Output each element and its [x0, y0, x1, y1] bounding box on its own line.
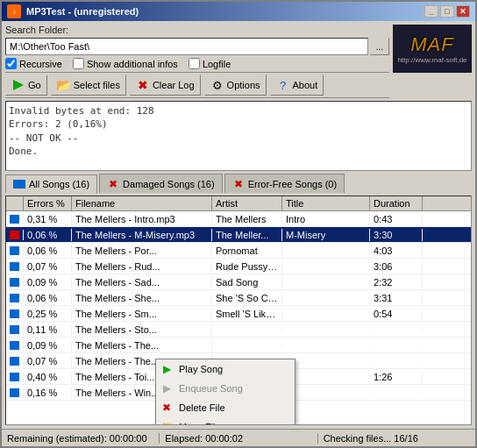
row-duration: [370, 345, 423, 346]
table-row[interactable]: 0,06 % The Mellers - M-Misery.mp3 The Me…: [6, 227, 471, 243]
row-artist: The Meller...: [212, 229, 282, 241]
row-filename: The Mellers - Sto...: [72, 324, 212, 336]
context-menu: ▶ Play Song ▶ Enqueue Song ✖ Delete File…: [155, 359, 295, 425]
move-icon: 📁: [160, 420, 174, 425]
row-title: Intro: [282, 213, 370, 225]
search-input[interactable]: [5, 38, 368, 55]
col-header-filename[interactable]: Filename: [72, 196, 212, 210]
col-header-duration[interactable]: Duration: [370, 196, 423, 210]
tab-damaged-songs-label: Damaged Songs (16): [123, 179, 215, 189]
table-row[interactable]: 0,06 % The Mellers - Por... Pornomat 4:0…: [6, 243, 471, 259]
clear-log-button[interactable]: ✖ Clear Log: [130, 75, 201, 96]
table-row[interactable]: 0,31 % The Mellers - Intro.mp3 The Melle…: [6, 211, 471, 227]
select-files-label: Select files: [74, 80, 120, 90]
go-button[interactable]: Go: [5, 75, 47, 96]
options-button[interactable]: ⚙ Options: [204, 75, 267, 96]
clear-log-label: Clear Log: [153, 80, 195, 90]
show-additional-checkbox-label[interactable]: Show additional infos: [73, 58, 178, 69]
logo-text: MAF: [410, 33, 453, 56]
select-files-icon: 📂: [57, 78, 71, 92]
tab-damaged-songs[interactable]: ✖ Damaged Songs (16): [99, 174, 223, 193]
table-row[interactable]: 0,25 % The Mellers - Sm... Smell 'S Like…: [6, 306, 471, 322]
select-files-button[interactable]: 📂 Select files: [51, 75, 126, 96]
col-header-artist[interactable]: Artist: [212, 196, 282, 210]
table-row[interactable]: 0,06 % The Mellers - She... She 'S So Cu…: [6, 290, 471, 306]
top-section: Search Folder: ... Recursive: [5, 25, 472, 98]
options-icon: ⚙: [210, 78, 224, 92]
row-duration: 3:30: [370, 229, 423, 241]
ctx-enqueue-song: ▶ Enqueue Song: [156, 379, 295, 398]
app-icon: ♪: [7, 4, 21, 18]
row-title: [282, 345, 370, 346]
row-flag: [6, 245, 24, 256]
row-errors: 0,07 %: [24, 260, 72, 273]
row-duration: [370, 360, 423, 362]
row-duration: [370, 392, 423, 394]
delete-icon: ✖: [160, 401, 174, 415]
recursive-checkbox-label[interactable]: Recursive: [5, 58, 62, 69]
play-icon: ▶: [160, 362, 174, 376]
row-flag: [6, 309, 24, 319]
flag-blue-icon: [10, 341, 19, 350]
damaged-songs-tab-icon: ✖: [107, 178, 119, 190]
col-header-errors[interactable]: Errors %: [24, 196, 72, 210]
col-header-title[interactable]: Title: [282, 196, 370, 210]
tab-error-free-songs[interactable]: ✖ Error-Free Songs (0): [224, 174, 345, 193]
logfile-checkbox-label[interactable]: Logfile: [189, 58, 231, 69]
search-folder-label: Search Folder:: [5, 25, 68, 35]
row-artist: Rude Pussycat: [212, 260, 282, 273]
error-free-tab-icon: ✖: [232, 178, 245, 190]
row-filename: The Mellers - Sad...: [72, 276, 212, 288]
status-elapsed: Elapsed: 00:00:02: [160, 433, 317, 444]
logo-box: MAF http://www.maf-soft.de: [393, 25, 472, 73]
minimize-button[interactable]: _: [424, 5, 438, 18]
show-additional-label: Show additional infos: [87, 59, 178, 69]
row-title: [282, 329, 370, 331]
window-title: MP3Test - (unregistered): [26, 6, 139, 17]
go-label: Go: [28, 80, 41, 90]
status-checking: Checking files... 16/16: [318, 433, 475, 444]
ctx-delete-file[interactable]: ✖ Delete File: [156, 398, 295, 417]
about-button[interactable]: ? About: [270, 75, 324, 96]
col-header-flag[interactable]: [6, 196, 24, 210]
table-row[interactable]: 0,11 % The Mellers - Sto...: [6, 322, 471, 338]
browse-button[interactable]: ...: [370, 38, 389, 55]
table-row[interactable]: 0,07 % The Mellers - Rud... Rude Pussyca…: [6, 259, 471, 274]
ctx-enqueue-label: Enqueue Song: [179, 383, 243, 394]
row-title: [282, 360, 370, 362]
search-folder-row: Search Folder:: [5, 25, 389, 35]
close-button[interactable]: ✕: [456, 5, 470, 18]
toolbar: Go 📂 Select files ✖ Clear Log ⚙ Options: [5, 72, 389, 98]
logfile-checkbox[interactable]: [189, 58, 200, 69]
table-row[interactable]: 0,09 % The Mellers - The...: [6, 338, 471, 353]
log-area: Invalid bytes at end: 128 Errors: 2 (0,1…: [5, 101, 472, 171]
show-additional-checkbox[interactable]: [73, 58, 84, 69]
row-flag: [6, 293, 24, 303]
recursive-checkbox[interactable]: [5, 58, 17, 69]
about-label: About: [293, 80, 318, 90]
table-row[interactable]: 0,09 % The Mellers - Sad... Sad Song 2:3…: [6, 274, 471, 290]
row-duration: 0:54: [370, 308, 423, 320]
search-input-row: ...: [5, 38, 389, 55]
row-flag: [6, 230, 24, 240]
row-duration: 3:31: [370, 292, 423, 304]
row-title: [282, 297, 370, 299]
log-line-3: -- NOT OK --: [9, 132, 468, 145]
ctx-play-song[interactable]: ▶ Play Song: [156, 359, 295, 379]
row-flag: [6, 356, 24, 366]
row-artist: Pornomat: [212, 245, 282, 257]
tab-all-songs[interactable]: All Songs (16): [5, 174, 97, 194]
ctx-move-file[interactable]: 📁 Move File: [156, 417, 295, 425]
ctx-move-label: Move File: [179, 422, 221, 425]
row-errors: 0,06 %: [24, 292, 72, 304]
row-errors: 0,09 %: [24, 339, 72, 352]
row-flag: [6, 340, 24, 351]
row-artist: She 'S So Cute: [212, 292, 282, 304]
row-flag: [6, 277, 24, 288]
flag-blue-icon: [10, 215, 19, 224]
flag-blue-icon: [10, 309, 19, 318]
maximize-button[interactable]: □: [440, 5, 454, 18]
row-duration: 0:43: [370, 213, 423, 225]
flag-blue-icon: [10, 262, 19, 271]
row-artist: Smell 'S Like...: [212, 308, 282, 320]
